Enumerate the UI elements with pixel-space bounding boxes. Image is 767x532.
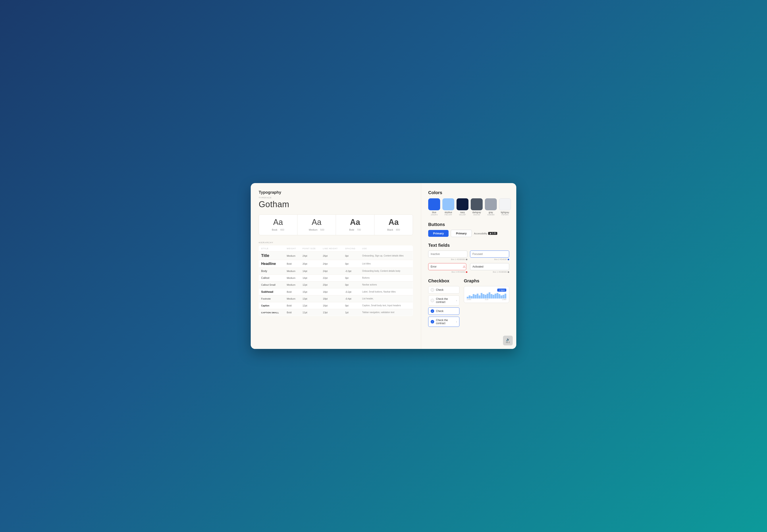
td-spacing-8: 1pt [343,309,360,316]
font-sample-aa-book: Aa [262,218,295,226]
td-style-1: Headline [259,260,285,268]
left-panel: Typography TYPEFACE Gotham Aa Book 400 A… [251,183,421,349]
checkbox-item-2[interactable]: Check the contract › [428,295,459,306]
textfield-focused-wrap: Box 2 #D453F [470,251,509,260]
graph-bar-3 [473,294,474,299]
color-swatch-blue: blue 2453F4 [428,198,440,216]
table-row: Caption Bold 12pt 16pt 0pt Caption, Smal… [259,302,413,309]
error-icon: ⚠ [463,265,466,268]
color-hex-skyblue: F9CAFF [442,214,454,216]
td-weight-1: Bold [285,260,300,268]
textfield-activated[interactable] [470,263,509,270]
font-sample-weight-medium: 500 [320,228,324,231]
color-swatch-box-darkgray [471,198,483,210]
td-spacing-7: 0pt [343,302,360,309]
primary-filled-button[interactable]: Primary [428,230,449,237]
primary-outline-button[interactable]: Primary [451,230,471,237]
font-sample-aa-medium: Aa [300,218,333,226]
td-use-0: Onboarding, Sign up, Content details tit… [360,252,413,260]
checkbox-label-4: Check the contract [436,319,454,325]
color-swatch-navy: navy 00133F [456,198,468,216]
td-spacing-5: -0.2pt [343,288,360,295]
text-fields-title: Text fields [428,243,509,248]
graph-label-left: 2,400 [467,299,471,300]
checkbox-section: Checkbox Check Check the contract › [428,278,459,329]
color-hex-blue: 2453F4 [428,214,440,216]
checkbox-label-3: Check [436,310,443,313]
td-use-1: List titles [360,260,413,268]
hierarchy-label: HIERARCHY [259,241,413,244]
accessibility-text: Accessibility ◑ 5.85 [474,232,497,235]
font-name: Gotham [259,200,413,209]
checkbox-item-1[interactable]: Check [428,286,459,294]
right-panel: Colors blue 2453F4 skyblue F9CAFF navy 0… [421,183,516,349]
textfield-inactive[interactable] [428,251,467,258]
font-sample-aa-black: Aa [377,218,410,226]
checkbox-label-2: Check the contract [436,297,454,304]
td-pointsize-5: 15pt [300,288,321,295]
colors-section: Colors blue 2453F4 skyblue F9CAFF navy 0… [428,190,509,216]
dot-gray-2-icon [508,271,509,273]
graphs-section: Graphs 1 ligne 2,400 3,23 1,600 [464,278,509,329]
td-spacing-4: 0pt [343,281,360,288]
typeface-label: TYPEFACE [259,197,413,199]
volume-overlay[interactable]: 🔊 01:2 [503,336,513,345]
graph-bar-16 [498,294,500,299]
textfield-focused-meta: Box 2 #D453F [470,258,509,260]
checkbox-title: Checkbox [428,278,459,283]
td-lineheight-8: 13pt [321,309,343,316]
td-style-8: Caption Small [259,309,285,316]
font-sample-black: Aa Black 800 [374,215,413,235]
color-swatch-box-lightgray [499,198,511,210]
graph-bar-17 [500,295,502,299]
checkbox-item-4-left: ✓ Check the contract [431,319,454,325]
graph-bar-13 [493,295,494,299]
table-row: Body Medium 14pt 24pt -0.3pt Onboarding … [259,268,413,275]
td-pointsize-3: 14pt [300,275,321,281]
colors-title: Colors [428,190,509,195]
textfield-activated-label: Box 1 #D0B5B0 [493,271,507,273]
td-pointsize-1: 20pt [300,260,321,268]
color-hex-navy: 00133F [456,214,468,216]
table-row: Title Medium 24pt 26pt 0pt Onboarding, S… [259,252,413,260]
td-weight-6: Medium [285,295,300,302]
checkbox-item-4[interactable]: ✓ Check the contract › [428,317,459,327]
contrast-icon: ◑ [489,232,491,235]
td-weight-8: Bold [285,309,300,316]
td-lineheight-7: 16pt [321,302,343,309]
textfield-error-input-wrap: ⚠ [428,263,467,270]
textfield-focused[interactable] [470,251,509,258]
td-lineheight-4: 20pt [321,281,343,288]
checkbox-item-3[interactable]: ✓ Check [428,307,459,315]
color-name-gray: gray [485,211,497,214]
td-use-6: List header, [360,295,413,302]
buttons-section: Buttons Primary Primary Accessibility ◑ … [428,222,509,237]
contrast-badge: ◑ 5.85 [488,232,497,235]
color-swatch-box-gray [485,198,497,210]
textfield-focused-label: Box 2 #D453F [494,258,507,260]
buttons-title: Buttons [428,222,509,227]
td-style-4: Callout Small [259,281,285,288]
font-sample-name-bold: Bold [349,228,354,231]
graph-bar-11 [489,292,490,299]
textfield-error-label: Box 3 #FA5252 [451,271,465,273]
text-fields-grid: Box 1 #D0B5B0 Box 2 #D453F ⚠ [428,251,509,273]
font-sample-weight-black: 800 [396,228,400,231]
color-swatch-lightgray: lightgray F5F5F5 [499,198,511,216]
td-style-5: Subhead [259,288,285,295]
td-weight-0: Medium [285,252,300,260]
hierarchy-table: STYLE WEIGHT POINT SIZE LINE HEIGHT SPAC… [259,245,413,316]
color-hex-gray: A0B0B0 [485,214,497,216]
checkbox-item-3-left: ✓ Check [431,309,443,313]
td-spacing-0: 0pt [343,252,360,260]
volume-icon: 🔊 [506,338,510,341]
textfield-error[interactable] [428,263,466,270]
graph-bar-4 [475,295,476,299]
td-use-8: Tabbar navigation, validation text [360,309,413,316]
td-pointsize-4: 12pt [300,281,321,288]
color-name-navy: navy [456,211,468,214]
td-pointsize-2: 14pt [300,268,321,275]
graph-label-middle: 3,23 [485,299,488,300]
color-swatch-darkgray: darkgray 343A40 [471,198,483,216]
td-weight-4: Medium [285,281,300,288]
